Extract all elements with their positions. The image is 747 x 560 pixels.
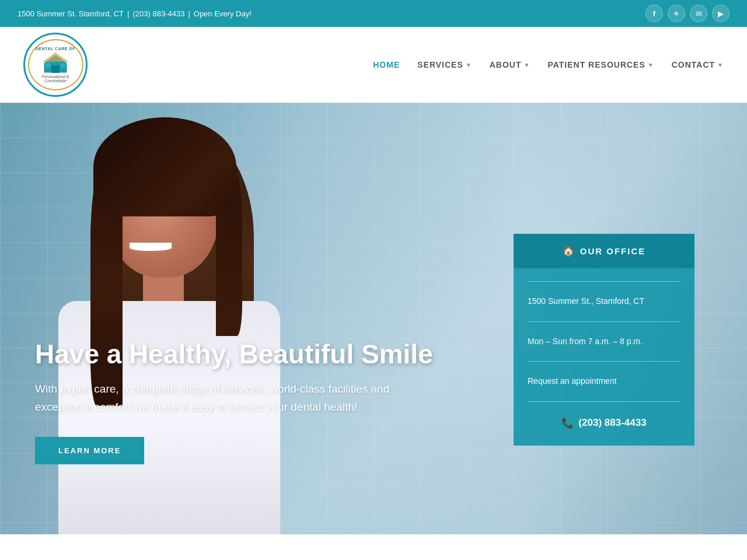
house-icon: 🏠 [563,246,575,257]
hero-subtitle: With expert care, a complete range of se… [35,380,397,416]
nav-services[interactable]: SERVICES ▼ [417,60,472,69]
facebook-icon[interactable]: f [645,5,663,22]
phone-top: (203) 883-4433 [132,9,184,18]
divider1 [528,281,680,282]
hero-title: Have a Healthy, Beautiful Smile [35,340,444,369]
office-phone: 📞 (203) 883-4433 [528,409,680,432]
hero-content: Have a Healthy, Beautiful Smile With exp… [35,340,444,464]
office-card-body: 1500 Summer St., Stamford, CT Mon – Sun … [514,268,694,446]
office-card: 🏠 OUR OFFICE 1500 Summer St., Stamford, … [514,234,694,446]
chevron-down-icon: ▼ [717,62,724,68]
separator1: | [127,9,129,18]
social-icons: f ☀ ✉ ▶ [645,5,729,22]
address: 1500 Summer St. Stamford, CT [18,9,124,18]
logo-building-graphic [41,52,70,73]
top-bar: 1500 Summer St. Stamford, CT | (203) 883… [0,0,747,27]
office-card-header: 🏠 OUR OFFICE [514,234,694,268]
hero-section: Have a Healthy, Beautiful Smile With exp… [0,103,747,534]
hero-woman-photo [0,103,350,534]
top-bar-info: 1500 Summer St. Stamford, CT | (203) 883… [18,9,252,18]
logo-text-line1: DENTAL CARE of [36,47,75,51]
office-address: 1500 Summer St., Stamford, CT [528,289,680,314]
email-icon[interactable]: ✉ [690,5,707,22]
svg-rect-3 [61,63,65,68]
divider2 [528,321,680,321]
instagram-icon[interactable]: ☀ [668,5,685,22]
logo[interactable]: DENTAL CARE of Personalized & Comfortabl… [23,33,88,97]
hours: Open Every Day! [194,9,252,18]
svg-rect-1 [51,65,60,73]
chevron-down-icon: ▼ [466,62,472,68]
logo-text-line3: Personalized & Comfortable [32,75,79,83]
svg-marker-4 [42,52,69,62]
phone-icon: 📞 [561,417,574,429]
chevron-down-icon: ▼ [648,62,654,68]
header: DENTAL CARE of Personalized & Comfortabl… [0,27,747,103]
teeth [130,243,172,251]
svg-rect-2 [46,63,50,68]
logo-inner: DENTAL CARE of Personalized & Comfortabl… [28,39,83,90]
learn-more-button[interactable]: LEARN MORE [35,437,144,464]
nav-contact[interactable]: CONTACT ▼ [672,60,724,69]
hair-front [93,117,236,216]
nav-patient-resources[interactable]: PATIENT RESOURCES ▼ [547,60,654,69]
youtube-icon[interactable]: ▶ [712,5,729,22]
chevron-down-icon: ▼ [523,62,530,68]
office-hours: Mon – Sun from 7 a.m. – 8 p.m. [528,328,680,354]
separator2: | [188,9,190,18]
nav-about[interactable]: ABOUT ▼ [490,60,530,69]
appointment-link[interactable]: Request an appointment [528,369,680,394]
main-nav: HOME SERVICES ▼ ABOUT ▼ PATIENT RESOURCE… [373,60,724,69]
nav-home[interactable]: HOME [373,60,400,69]
logo-circle: DENTAL CARE of Personalized & Comfortabl… [23,33,88,97]
divider4 [528,401,680,402]
divider3 [528,361,680,362]
